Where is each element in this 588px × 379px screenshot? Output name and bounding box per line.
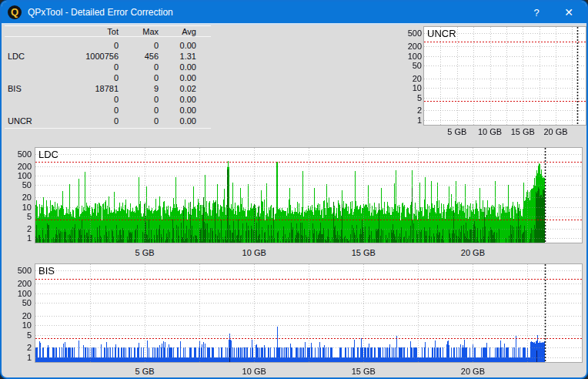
y-tick-label: 200	[399, 42, 422, 51]
x-tick-label: 10 GB	[473, 127, 507, 137]
uncr-chart-title: UNCR	[427, 29, 456, 39]
ldc-plot-area	[35, 148, 582, 243]
x-tick-label: 15 GB	[506, 127, 540, 137]
cell-avg: 1.31	[159, 51, 196, 62]
x-tick-label: 10 GB	[237, 248, 271, 258]
cell-tot: 18781	[38, 83, 119, 94]
cell-tot: 0	[38, 72, 119, 83]
x-tick-label: 20 GB	[456, 248, 489, 258]
column-header-max: Max	[119, 26, 159, 37]
x-tick-label: 20 GB	[456, 367, 489, 377]
y-tick-label: 100	[5, 171, 32, 180]
row-label-blank5	[8, 94, 38, 105]
window-title: QPxTool - Detailed Error Correction	[28, 7, 173, 18]
row-label-UNCR: UNCR	[8, 116, 38, 126]
cell-avg: 0.00	[159, 40, 196, 51]
cell-tot: 0	[38, 40, 119, 51]
table-separator-line	[5, 128, 211, 129]
y-tick-label: 20	[5, 193, 32, 202]
y-tick-label: 100	[5, 289, 32, 298]
cell-max: 456	[119, 51, 159, 62]
y-tick-label: 500	[5, 149, 32, 159]
row-label-blank2	[8, 62, 38, 72]
column-header-tot: Tot	[38, 26, 119, 37]
column-header-avg: Avg	[159, 26, 196, 37]
y-tick-label: 1	[399, 116, 422, 125]
y-tick-label: 2	[5, 343, 32, 352]
uncr-plot-area	[424, 27, 586, 125]
row-label-blank3	[8, 72, 38, 83]
x-tick-label: 15 GB	[346, 367, 380, 377]
row-label-BIS: BIS	[8, 83, 38, 94]
x-tick-label: 5 GB	[128, 248, 162, 258]
cell-max: 9	[119, 83, 159, 94]
row-label-blank0	[8, 40, 38, 51]
y-tick-label: 500	[5, 266, 32, 275]
cell-max: 0	[119, 62, 159, 72]
x-tick-label: 5 GB	[128, 367, 162, 377]
y-tick-label: 2	[5, 224, 32, 233]
cell-max: 0	[119, 40, 159, 51]
titlebar-bottom-highlight	[2, 23, 586, 25]
x-tick-label: 10 GB	[237, 367, 271, 377]
cell-max: 0	[119, 72, 159, 83]
cell-avg: 0.02	[159, 83, 196, 94]
cell-tot: 0	[38, 116, 119, 126]
row-label-LDC: LDC	[8, 51, 38, 62]
y-tick-label: 10	[399, 83, 422, 92]
bis-plot-area	[35, 264, 582, 362]
cell-avg: 0.00	[159, 105, 196, 116]
y-tick-label: 5	[5, 212, 32, 221]
y-tick-label: 10	[5, 203, 32, 212]
y-tick-label: 100	[399, 52, 422, 61]
y-tick-label: 2	[399, 106, 422, 115]
y-tick-label: 1	[5, 233, 32, 243]
row-label-blank6	[8, 105, 38, 116]
cell-avg: 0.00	[159, 116, 196, 126]
cell-avg: 0.00	[159, 72, 196, 83]
close-button[interactable]: ✕	[551, 2, 586, 23]
cell-tot: 0	[38, 105, 119, 116]
bis-chart-title: BIS	[38, 266, 55, 277]
qpxtool-window: Q QPxTool - Detailed Error Correction ? …	[0, 0, 588, 379]
y-tick-label: 10	[5, 320, 32, 330]
y-tick-label: 20	[399, 74, 422, 83]
y-tick-label: 5	[5, 330, 32, 340]
cell-avg: 0.00	[159, 62, 196, 72]
screen: Q QPxTool - Detailed Error Correction ? …	[0, 0, 588, 379]
y-tick-label: 500	[399, 29, 422, 38]
title-bar[interactable]: Q QPxTool - Detailed Error Correction ? …	[2, 2, 586, 23]
cell-max: 0	[119, 116, 159, 126]
cell-tot: 1000756	[38, 51, 119, 62]
cell-max: 0	[119, 105, 159, 116]
help-button[interactable]: ?	[519, 2, 554, 23]
cell-tot: 0	[38, 62, 119, 72]
y-tick-label: 200	[5, 162, 32, 171]
y-tick-label: 50	[5, 180, 32, 190]
y-tick-label: 1	[5, 353, 32, 362]
qpxtool-app-icon: Q	[8, 5, 22, 19]
cell-tot: 0	[38, 94, 119, 105]
cell-max: 0	[119, 94, 159, 105]
x-tick-label: 5 GB	[440, 127, 474, 137]
cell-avg: 0.00	[159, 94, 196, 105]
y-tick-label: 50	[5, 298, 32, 307]
y-tick-label: 20	[5, 311, 32, 320]
y-tick-label: 200	[5, 279, 32, 288]
y-tick-label: 50	[399, 61, 422, 70]
x-tick-label: 15 GB	[346, 248, 380, 258]
ldc-chart-title: LDC	[38, 149, 58, 160]
y-tick-label: 5	[399, 93, 422, 102]
x-tick-label: 20 GB	[539, 127, 573, 137]
